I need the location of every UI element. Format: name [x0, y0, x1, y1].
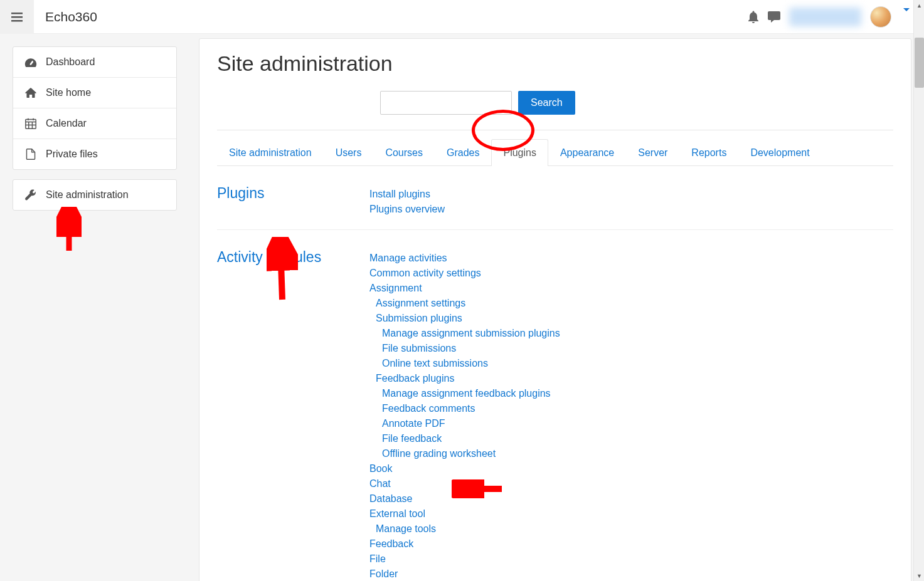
tab-development[interactable]: Development [738, 139, 821, 166]
svg-rect-0 [11, 13, 23, 14]
tab-appearance[interactable]: Appearance [548, 139, 626, 166]
tab-site-administration[interactable]: Site administration [217, 139, 324, 166]
link-file-feedback[interactable]: File feedback [369, 431, 560, 446]
link-database[interactable]: Database [369, 491, 560, 506]
link-install-plugins[interactable]: Install plugins [369, 187, 445, 202]
tab-users[interactable]: Users [324, 139, 374, 166]
avatar[interactable] [870, 6, 891, 28]
page-title: Site administration [217, 51, 893, 76]
sidebar-item-label: Site administration [46, 189, 129, 201]
link-external-tool[interactable]: External tool [369, 506, 560, 521]
tab-courses[interactable]: Courses [373, 139, 435, 166]
menu-icon [11, 12, 23, 22]
content-card: Site administration Search Site administ… [199, 38, 911, 581]
brand-name[interactable]: Echo360 [45, 9, 97, 24]
sidebar: Dashboard Site home Calendar [0, 34, 189, 581]
link-manage-assignment-feedback-plugins[interactable]: Manage assignment feedback plugins [369, 386, 560, 401]
admin-tabs: Site administration Users Courses Grades… [217, 135, 893, 166]
link-manage-assignment-submission-plugins[interactable]: Manage assignment submission plugins [369, 326, 560, 341]
tab-server[interactable]: Server [626, 139, 679, 166]
sidebar-item-label: Calendar [46, 118, 87, 129]
link-file[interactable]: File [369, 552, 560, 567]
sidebar-item-calendar[interactable]: Calendar [13, 108, 176, 139]
link-assignment-settings[interactable]: Assignment settings [369, 296, 560, 311]
hamburger-menu-button[interactable] [0, 0, 34, 34]
link-assignment[interactable]: Assignment [369, 281, 560, 296]
link-offline-grading-worksheet[interactable]: Offline grading worksheet [369, 446, 560, 461]
sidebar-item-site-home[interactable]: Site home [13, 78, 176, 108]
tab-reports[interactable]: Reports [679, 139, 738, 166]
link-feedback[interactable]: Feedback [369, 537, 560, 552]
topbar: Echo360 [0, 0, 924, 34]
notifications-icon[interactable] [748, 11, 759, 23]
sidebar-item-site-administration[interactable]: Site administration [13, 180, 176, 210]
sidebar-item-label: Dashboard [46, 56, 95, 68]
wrench-icon [24, 189, 37, 201]
svg-rect-2 [11, 20, 23, 22]
sidebar-item-dashboard[interactable]: Dashboard [13, 47, 176, 78]
scroll-up-arrow[interactable]: ▲ [914, 0, 924, 11]
search-button[interactable]: Search [518, 91, 575, 115]
scroll-down-arrow[interactable]: ▼ [914, 570, 924, 581]
svg-rect-1 [11, 16, 23, 18]
file-icon [24, 149, 37, 160]
link-manage-activities[interactable]: Manage activities [369, 251, 560, 266]
link-file-submissions[interactable]: File submissions [369, 341, 560, 356]
user-menu-dropdown[interactable] [900, 11, 915, 22]
sidebar-group-admin: Site administration [13, 179, 177, 211]
scroll-thumb[interactable] [915, 38, 924, 88]
annotation-circle-plugins [472, 110, 534, 151]
sidebar-group-main: Dashboard Site home Calendar [13, 46, 177, 170]
link-feedback-plugins[interactable]: Feedback plugins [369, 371, 560, 386]
browser-scrollbar[interactable]: ▲ ▼ [913, 0, 924, 581]
home-icon [24, 88, 37, 98]
main-content: Site administration Search Site administ… [189, 34, 924, 581]
link-annotate-pdf[interactable]: Annotate PDF [369, 416, 560, 431]
caret-down-icon [903, 8, 910, 22]
link-plugins-overview[interactable]: Plugins overview [369, 202, 445, 217]
section-activity-modules: Activity modules Manage activities Commo… [217, 230, 893, 581]
chat-icon[interactable] [768, 11, 780, 23]
search-form: Search [217, 91, 893, 115]
section-links-activity-modules: Manage activities Common activity settin… [369, 249, 560, 581]
divider [217, 130, 893, 130]
link-submission-plugins[interactable]: Submission plugins [369, 311, 560, 326]
sidebar-item-private-files[interactable]: Private files [13, 139, 176, 169]
calendar-icon [24, 118, 37, 129]
link-common-activity-settings[interactable]: Common activity settings [369, 266, 560, 281]
section-plugins: Plugins Install plugins Plugins overview [217, 166, 893, 230]
section-links-plugins: Install plugins Plugins overview [369, 185, 445, 217]
link-chat[interactable]: Chat [369, 476, 560, 491]
tachometer-icon [24, 57, 37, 67]
sidebar-item-label: Site home [46, 87, 91, 98]
svg-rect-3 [26, 119, 36, 128]
section-heading-plugins: Plugins [217, 185, 369, 217]
link-feedback-comments[interactable]: Feedback comments [369, 401, 560, 416]
section-heading-activity-modules: Activity modules [217, 249, 369, 581]
sidebar-item-label: Private files [46, 149, 98, 160]
link-online-text-submissions[interactable]: Online text submissions [369, 356, 560, 371]
link-manage-tools[interactable]: Manage tools [369, 521, 560, 537]
link-folder[interactable]: Folder [369, 567, 560, 581]
link-book[interactable]: Book [369, 461, 560, 476]
username-blurred [789, 8, 861, 26]
